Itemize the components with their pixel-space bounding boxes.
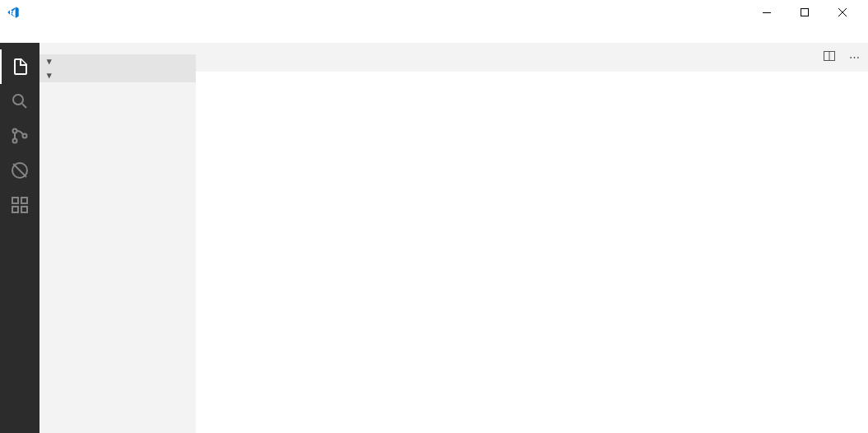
search-tab[interactable] xyxy=(0,84,39,119)
svg-rect-8 xyxy=(21,198,27,203)
explorer-tab[interactable] xyxy=(0,49,39,84)
project-header[interactable]: ▾ xyxy=(39,68,196,82)
more-actions-icon[interactable]: ⋯ xyxy=(846,48,863,67)
svg-point-2 xyxy=(13,95,23,105)
svg-point-4 xyxy=(13,139,17,143)
sidebar: ▾ ▾ xyxy=(39,43,196,433)
sidebar-title xyxy=(39,43,196,54)
code-content[interactable] xyxy=(237,72,868,433)
editor-tabs: ⋯ xyxy=(196,43,868,72)
maximize-button[interactable] xyxy=(786,0,824,25)
minimize-button[interactable] xyxy=(748,0,786,25)
extensions-tab[interactable] xyxy=(0,188,39,222)
code-editor[interactable] xyxy=(196,72,868,433)
chevron-down-icon: ▾ xyxy=(44,56,54,67)
vscode-icon xyxy=(7,6,20,19)
svg-point-3 xyxy=(13,129,17,133)
line-numbers xyxy=(196,72,237,433)
window-controls xyxy=(748,0,861,25)
scm-tab[interactable] xyxy=(0,119,39,153)
svg-rect-0 xyxy=(763,12,771,13)
activity-bar xyxy=(0,43,39,433)
svg-rect-10 xyxy=(21,207,27,212)
titlebar[interactable] xyxy=(0,0,868,25)
split-editor-icon[interactable] xyxy=(819,46,839,68)
editor-area: ⋯ xyxy=(196,43,868,433)
svg-rect-9 xyxy=(12,207,18,212)
close-button[interactable] xyxy=(824,0,861,25)
open-editors-header[interactable]: ▾ xyxy=(39,54,196,68)
svg-point-5 xyxy=(23,134,27,138)
debug-tab[interactable] xyxy=(0,153,39,188)
svg-rect-1 xyxy=(801,9,809,16)
menubar xyxy=(0,25,868,43)
svg-rect-7 xyxy=(12,198,18,203)
chevron-down-icon: ▾ xyxy=(44,70,54,81)
